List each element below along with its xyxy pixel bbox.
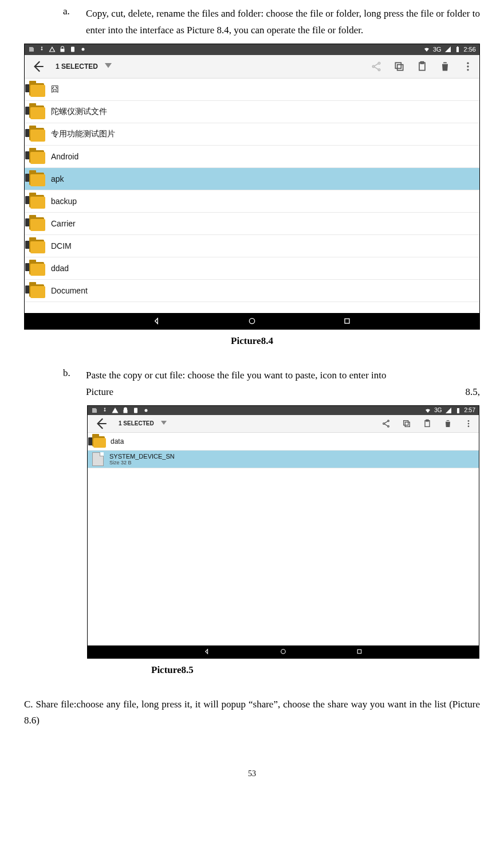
share-icon[interactable] — [381, 419, 391, 428]
svg-point-4 — [378, 62, 380, 64]
wifi-icon — [424, 407, 431, 414]
svg-point-17 — [145, 409, 148, 412]
warning-icon — [112, 407, 119, 414]
list-text: Copy, cut, delete, rename the files and … — [86, 6, 480, 39]
sd-icon — [132, 407, 139, 414]
sd-icon — [69, 46, 76, 53]
paste-icon[interactable] — [416, 61, 428, 72]
battery-icon — [454, 46, 461, 53]
list-item[interactable]: Android — [25, 146, 479, 168]
nav-recents-icon[interactable] — [356, 648, 363, 655]
folder-label: 专用功能测试图片 — [51, 129, 115, 139]
svg-rect-3 — [457, 46, 458, 47]
folder-label: 陀螺仪测试文件 — [51, 107, 107, 117]
folder-label: data — [111, 437, 124, 445]
dropdown-icon[interactable] — [105, 63, 112, 70]
page-number: 53 — [24, 769, 480, 778]
network-label: 3G — [434, 407, 442, 413]
svg-point-26 — [468, 420, 470, 422]
list-item[interactable]: 陀螺仪测试文件 — [25, 101, 479, 123]
folder-icon — [29, 105, 44, 118]
overflow-icon[interactable] — [464, 419, 473, 428]
svg-point-29 — [281, 649, 286, 654]
nav-bar — [88, 645, 479, 658]
svg-point-28 — [468, 425, 470, 427]
nav-home-icon[interactable] — [247, 316, 257, 326]
folder-icon — [92, 436, 105, 447]
svg-rect-7 — [397, 64, 403, 70]
copy-icon[interactable] — [393, 61, 405, 72]
folder-icon — [29, 83, 44, 96]
nav-bar — [25, 313, 479, 329]
list-item[interactable]: Document — [25, 280, 479, 302]
svg-point-5 — [372, 65, 374, 67]
svg-point-21 — [388, 425, 389, 427]
dropdown-icon[interactable] — [161, 421, 167, 426]
folder-list[interactable]: 囧陀螺仪测试文件专用功能测试图片AndroidapkbackupCarrierD… — [25, 79, 479, 302]
folder-icon — [29, 128, 44, 140]
share-icon[interactable] — [371, 61, 382, 72]
svg-rect-0 — [71, 47, 74, 52]
folder-icon — [29, 195, 44, 208]
file-icon — [92, 452, 104, 466]
folder-label: Carrier — [51, 219, 76, 228]
nosim-icon — [91, 407, 98, 414]
folder-icon — [29, 150, 44, 163]
warning-icon — [49, 46, 56, 53]
delete-icon[interactable] — [443, 419, 452, 428]
back-icon[interactable] — [93, 416, 108, 431]
folder-icon — [29, 262, 44, 275]
usb-icon — [101, 407, 108, 414]
folder-label: Android — [51, 152, 78, 161]
nav-home-icon[interactable] — [279, 648, 287, 655]
list-item-a: a. Copy, cut, delete, rename the files a… — [63, 6, 480, 39]
svg-rect-22 — [405, 422, 410, 426]
folder-label: apk — [51, 174, 64, 183]
lock-icon — [122, 407, 129, 414]
list-item[interactable]: apk — [25, 168, 479, 190]
status-bar: 3G 2:56 — [25, 44, 479, 55]
svg-point-11 — [467, 62, 468, 64]
usb-icon — [38, 46, 45, 53]
bug-icon — [80, 46, 86, 53]
folder-list[interactable]: dataSYSTEM_DEVICE_SNSize 32 B — [88, 433, 479, 468]
file-size: Size 32 B — [109, 460, 175, 465]
nav-recents-icon[interactable] — [342, 316, 352, 326]
list-item[interactable]: data — [88, 433, 479, 451]
wifi-icon — [423, 46, 430, 53]
battery-icon — [455, 407, 462, 414]
paragraph-c: C. Share file:choose any file, long pres… — [24, 697, 480, 730]
copy-icon[interactable] — [402, 419, 411, 428]
nav-back-icon[interactable] — [203, 648, 211, 655]
list-item[interactable]: Carrier — [25, 213, 479, 235]
nav-back-icon[interactable] — [152, 316, 162, 326]
signal-icon — [445, 407, 452, 414]
list-item[interactable]: backup — [25, 190, 479, 213]
svg-rect-2 — [456, 47, 459, 52]
clock-label: 2:56 — [464, 46, 476, 53]
status-bar: 3G 2:57 — [88, 406, 479, 415]
list-text: Paste the copy or cut file: choose the f… — [86, 367, 480, 401]
delete-icon[interactable] — [439, 61, 451, 72]
svg-point-6 — [378, 69, 380, 71]
nosim-icon — [28, 46, 35, 53]
lock-icon — [59, 46, 66, 53]
figure-caption-8-4: Picture8.4 — [24, 335, 480, 347]
svg-rect-18 — [457, 408, 459, 413]
figure-caption-8-5: Picture8.5 — [151, 664, 480, 676]
list-item[interactable]: SYSTEM_DEVICE_SNSize 32 B — [88, 451, 479, 468]
overflow-icon[interactable] — [462, 61, 474, 72]
svg-rect-23 — [404, 420, 408, 425]
folder-icon — [29, 284, 44, 297]
list-item[interactable]: 囧 — [25, 79, 479, 101]
folder-label: Document — [51, 286, 88, 295]
paste-icon[interactable] — [423, 419, 432, 428]
list-item[interactable]: ddad — [25, 257, 479, 280]
list-item-b: b. Paste the copy or cut file: choose th… — [63, 367, 480, 401]
svg-point-14 — [249, 318, 254, 323]
folder-icon — [29, 173, 44, 185]
svg-point-20 — [383, 422, 385, 424]
list-item[interactable]: 专用功能测试图片 — [25, 123, 479, 146]
back-icon[interactable] — [30, 59, 45, 74]
list-item[interactable]: DCIM — [25, 235, 479, 257]
